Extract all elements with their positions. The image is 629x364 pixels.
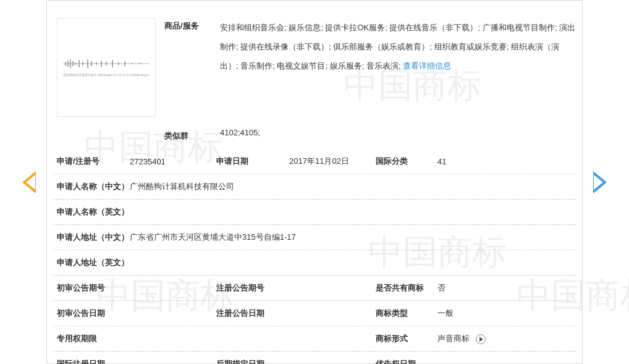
similar-label: 类似群 <box>164 128 220 142</box>
intl-reg-date-label: 国际注册日期 <box>57 358 130 364</box>
waveform-icon <box>63 58 150 69</box>
app-date-label: 申请日期 <box>216 156 289 167</box>
table-row: 申请人名称（英文） <box>53 200 576 225</box>
tm-form-value: 声音商标 <box>437 333 572 344</box>
table-row: 申请人地址（英文） <box>53 250 576 276</box>
shared-value: 否 <box>437 282 572 294</box>
next-arrow[interactable] <box>593 171 607 193</box>
tm-type-value: 一般 <box>437 308 572 319</box>
app-addr-cn-label: 申请人地址（中文） <box>57 232 130 243</box>
app-date-value: 2017年11月02日 <box>289 156 376 167</box>
detail-link[interactable]: 查看详细信息 <box>403 61 451 70</box>
reg-no-label: 申请/注册号 <box>57 156 130 167</box>
tm-type-label: 商标类型 <box>376 308 437 319</box>
table-row: 申请/注册号 27235401 申请日期 2017年11月02日 国际分类 41 <box>53 149 576 174</box>
shared-label: 是否共有商标 <box>376 282 437 294</box>
priority-date-label: 优先权日期 <box>376 358 437 364</box>
intl-class-value: 41 <box>437 157 572 166</box>
reg-no-value: 27235401 <box>130 157 216 166</box>
prelim-date-label: 初审公告日期 <box>57 308 130 319</box>
play-icon[interactable] <box>476 334 486 344</box>
table-row: 初审公告日期 注册公告日期 商标类型 一般 <box>53 301 576 326</box>
app-name-en-label: 申请人名称（英文） <box>57 206 130 218</box>
prelim-no-label: 初审公告期号 <box>57 282 130 294</box>
app-addr-cn-value: 广东省广州市天河区黄埔大道中315号自编1-17 <box>130 232 572 243</box>
goods-text: 安排和组织音乐会; 娱乐信息; 提供卡拉OK服务; 提供在线音乐（非下载）; 广… <box>220 23 575 70</box>
table-row: 专用权期限 商标形式 声音商标 <box>53 326 576 352</box>
goods-value: 安排和组织音乐会; 娱乐信息; 提供卡拉OK服务; 提供在线音乐（非下载）; 广… <box>220 18 576 76</box>
goods-label: 商品/服务 <box>164 18 220 32</box>
app-name-cn-value: 广州酷狗计算机科技有限公司 <box>130 181 572 192</box>
trademark-image: 音乐商标以乐谱形式表示 hellokugou so mi so la mi he… <box>57 18 156 117</box>
reg-pub-no-label: 注册公告期号 <box>216 282 289 294</box>
excl-period-label: 专用权期限 <box>57 333 130 344</box>
app-addr-en-label: 申请人地址（英文） <box>57 257 130 268</box>
table-row: 申请人地址（中文） 广东省广州市天河区黄埔大道中315号自编1-17 <box>53 225 576 250</box>
reg-pub-date-label: 注册公告日期 <box>216 308 289 319</box>
prev-arrow[interactable] <box>22 171 36 193</box>
intl-class-label: 国际分类 <box>376 156 437 167</box>
detail-panel: 中国商标 中国商标 中国商标 中国商标 中国商标 音乐商标以乐谱形式表示 he <box>46 0 583 364</box>
table-row: 国际注册日期 后期指定日期 优先权日期 <box>53 352 576 364</box>
tm-form-label: 商标形式 <box>376 333 437 344</box>
later-date-label: 后期指定日期 <box>216 358 289 364</box>
similar-value: 4102;4105; <box>220 128 576 142</box>
table-row: 初审公告期号 注册公告期号 是否共有商标 否 <box>53 276 576 301</box>
table-row: 申请人名称（中文） 广州酷狗计算机科技有限公司 <box>53 174 576 200</box>
app-name-cn-label: 申请人名称（中文） <box>57 181 130 192</box>
tm-form-text: 声音商标 <box>437 334 470 343</box>
thumb-caption: 音乐商标以乐谱形式表示 hellokugou so mi so la mi he… <box>61 73 152 77</box>
